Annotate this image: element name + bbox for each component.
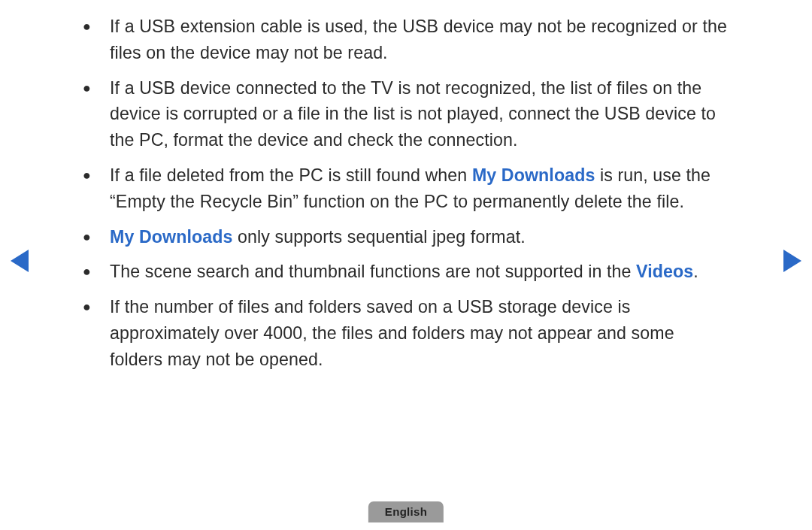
list-item-text: If a USB device connected to the TV is n… [110,75,729,153]
document-content: ●If a USB extension cable is used, the U… [83,14,729,382]
bullet-icon: ● [83,162,110,188]
list-item-text: If a file deleted from the PC is still f… [110,162,729,215]
bullet-icon: ● [83,259,110,284]
bullet-icon: ● [83,294,110,320]
list-item-text: The scene search and thumbnail functions… [110,259,729,285]
list-item: ●If the number of files and folders save… [83,294,729,372]
prev-page-arrow-icon[interactable] [11,250,29,272]
next-page-arrow-icon[interactable] [783,250,801,272]
highlight-term: My Downloads [472,165,595,185]
list-item-text: If a USB extension cable is used, the US… [110,14,729,66]
text-segment: . [693,262,698,281]
text-segment: The scene search and thumbnail functions… [110,262,636,281]
bullet-icon: ● [83,75,110,101]
list-item: ●If a file deleted from the PC is still … [83,162,729,215]
bullet-icon: ● [83,14,110,39]
list-item: ●The scene search and thumbnail function… [83,259,729,285]
text-segment: If a USB device connected to the TV is n… [110,78,716,150]
text-segment: If the number of files and folders saved… [110,297,674,369]
bullet-icon: ● [83,224,110,250]
highlight-term: My Downloads [110,227,233,247]
text-segment: If a USB extension cable is used, the US… [110,17,727,62]
text-segment: If a file deleted from the PC is still f… [110,165,472,185]
highlight-term: Videos [636,262,693,281]
language-badge: English [368,501,444,522]
list-item-text: My Downloads only supports sequential jp… [110,224,729,250]
list-item: ●If a USB device connected to the TV is … [83,75,729,153]
text-segment: only supports sequential jpeg format. [233,227,526,247]
list-item: ●My Downloads only supports sequential j… [83,224,729,250]
list-item: ●If a USB extension cable is used, the U… [83,14,729,66]
list-item-text: If the number of files and folders saved… [110,294,729,372]
